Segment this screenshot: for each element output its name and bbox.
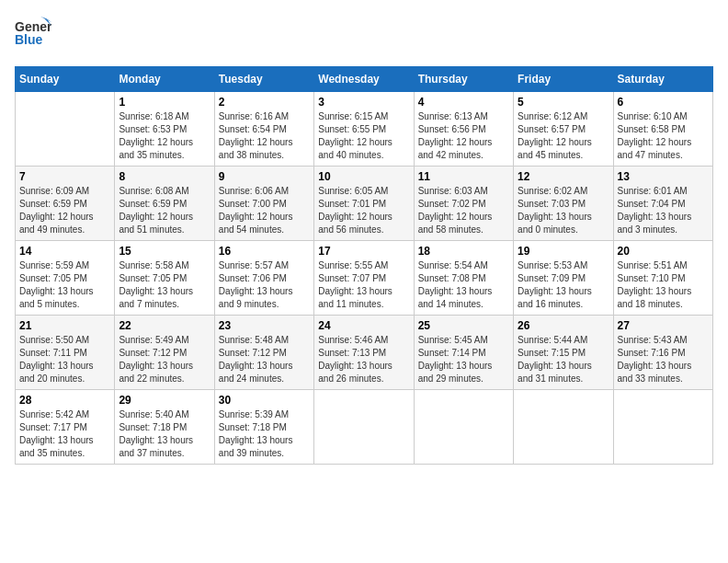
calendar-cell: 3Sunrise: 6:15 AM Sunset: 6:55 PM Daylig… xyxy=(314,92,414,167)
calendar-cell: 12Sunrise: 6:02 AM Sunset: 7:03 PM Dayli… xyxy=(514,167,613,241)
day-number: 9 xyxy=(219,170,310,183)
calendar-cell: 9Sunrise: 6:06 AM Sunset: 7:00 PM Daylig… xyxy=(214,167,313,241)
day-number: 10 xyxy=(318,170,409,183)
calendar-cell: 14Sunrise: 5:59 AM Sunset: 7:05 PM Dayli… xyxy=(16,241,115,316)
day-info: Sunrise: 6:09 AM Sunset: 6:59 PM Dayligh… xyxy=(19,185,110,236)
day-info: Sunrise: 5:53 AM Sunset: 7:09 PM Dayligh… xyxy=(518,259,609,311)
day-number: 18 xyxy=(418,245,509,258)
day-number: 30 xyxy=(219,394,310,407)
header-day: Wednesday xyxy=(314,67,414,92)
day-number: 27 xyxy=(618,319,709,332)
calendar-cell: 19Sunrise: 5:53 AM Sunset: 7:09 PM Dayli… xyxy=(514,241,613,316)
header-day: Saturday xyxy=(613,67,712,92)
calendar-cell xyxy=(613,390,712,465)
day-info: Sunrise: 5:49 AM Sunset: 7:12 PM Dayligh… xyxy=(119,334,210,385)
calendar-cell: 27Sunrise: 5:43 AM Sunset: 7:16 PM Dayli… xyxy=(613,316,712,390)
day-number: 4 xyxy=(418,96,509,109)
page-header: General Blue xyxy=(15,15,713,55)
calendar-cell: 18Sunrise: 5:54 AM Sunset: 7:08 PM Dayli… xyxy=(414,241,513,316)
day-info: Sunrise: 5:48 AM Sunset: 7:12 PM Dayligh… xyxy=(219,334,310,385)
day-number: 6 xyxy=(618,96,709,109)
day-info: Sunrise: 6:10 AM Sunset: 6:58 PM Dayligh… xyxy=(618,110,709,162)
calendar-cell: 17Sunrise: 5:55 AM Sunset: 7:07 PM Dayli… xyxy=(314,241,414,316)
calendar-week-row: 28Sunrise: 5:42 AM Sunset: 7:17 PM Dayli… xyxy=(16,390,713,465)
day-info: Sunrise: 5:58 AM Sunset: 7:05 PM Dayligh… xyxy=(119,259,210,311)
day-number: 29 xyxy=(119,394,210,407)
day-info: Sunrise: 6:12 AM Sunset: 6:57 PM Dayligh… xyxy=(518,110,609,162)
calendar-cell: 11Sunrise: 6:03 AM Sunset: 7:02 PM Dayli… xyxy=(414,167,513,241)
calendar-cell: 5Sunrise: 6:12 AM Sunset: 6:57 PM Daylig… xyxy=(514,92,613,167)
day-info: Sunrise: 6:13 AM Sunset: 6:56 PM Dayligh… xyxy=(418,110,509,162)
calendar-cell: 28Sunrise: 5:42 AM Sunset: 7:17 PM Dayli… xyxy=(16,390,115,465)
day-info: Sunrise: 6:06 AM Sunset: 7:00 PM Dayligh… xyxy=(219,185,310,236)
calendar-cell: 23Sunrise: 5:48 AM Sunset: 7:12 PM Dayli… xyxy=(214,316,313,390)
day-info: Sunrise: 6:15 AM Sunset: 6:55 PM Dayligh… xyxy=(318,110,409,162)
calendar-cell: 29Sunrise: 5:40 AM Sunset: 7:18 PM Dayli… xyxy=(115,390,214,465)
header-row: SundayMondayTuesdayWednesdayThursdayFrid… xyxy=(16,67,713,92)
day-number: 21 xyxy=(19,319,110,332)
day-number: 26 xyxy=(518,319,609,332)
day-info: Sunrise: 5:51 AM Sunset: 7:10 PM Dayligh… xyxy=(618,259,709,311)
day-number: 2 xyxy=(219,96,310,109)
calendar-cell: 7Sunrise: 6:09 AM Sunset: 6:59 PM Daylig… xyxy=(16,167,115,241)
day-info: Sunrise: 6:01 AM Sunset: 7:04 PM Dayligh… xyxy=(618,185,709,236)
day-info: Sunrise: 5:45 AM Sunset: 7:14 PM Dayligh… xyxy=(418,334,509,385)
day-number: 13 xyxy=(618,170,709,183)
calendar-cell: 4Sunrise: 6:13 AM Sunset: 6:56 PM Daylig… xyxy=(414,92,513,167)
day-number: 22 xyxy=(119,319,210,332)
header-day: Tuesday xyxy=(214,67,313,92)
day-number: 23 xyxy=(219,319,310,332)
calendar-table: SundayMondayTuesdayWednesdayThursdayFrid… xyxy=(15,66,713,465)
calendar-cell xyxy=(514,390,613,465)
day-info: Sunrise: 5:40 AM Sunset: 7:18 PM Dayligh… xyxy=(119,408,210,460)
calendar-cell: 10Sunrise: 6:05 AM Sunset: 7:01 PM Dayli… xyxy=(314,167,414,241)
calendar-week-row: 14Sunrise: 5:59 AM Sunset: 7:05 PM Dayli… xyxy=(16,241,713,316)
calendar-cell xyxy=(314,390,414,465)
day-number: 7 xyxy=(19,170,110,183)
day-info: Sunrise: 6:03 AM Sunset: 7:02 PM Dayligh… xyxy=(418,185,509,236)
day-info: Sunrise: 5:55 AM Sunset: 7:07 PM Dayligh… xyxy=(318,259,409,311)
calendar-header: SundayMondayTuesdayWednesdayThursdayFrid… xyxy=(16,67,713,92)
calendar-cell: 24Sunrise: 5:46 AM Sunset: 7:13 PM Dayli… xyxy=(314,316,414,390)
svg-text:Blue: Blue xyxy=(15,32,43,47)
calendar-cell: 30Sunrise: 5:39 AM Sunset: 7:18 PM Dayli… xyxy=(214,390,313,465)
day-info: Sunrise: 6:18 AM Sunset: 6:53 PM Dayligh… xyxy=(119,110,210,162)
day-info: Sunrise: 5:39 AM Sunset: 7:18 PM Dayligh… xyxy=(219,408,310,460)
calendar-week-row: 1Sunrise: 6:18 AM Sunset: 6:53 PM Daylig… xyxy=(16,92,713,167)
day-number: 8 xyxy=(119,170,210,183)
calendar-cell: 21Sunrise: 5:50 AM Sunset: 7:11 PM Dayli… xyxy=(16,316,115,390)
calendar-week-row: 21Sunrise: 5:50 AM Sunset: 7:11 PM Dayli… xyxy=(16,316,713,390)
day-number: 25 xyxy=(418,319,509,332)
logo-icon: General Blue xyxy=(15,15,51,55)
calendar-week-row: 7Sunrise: 6:09 AM Sunset: 6:59 PM Daylig… xyxy=(16,167,713,241)
calendar-cell: 25Sunrise: 5:45 AM Sunset: 7:14 PM Dayli… xyxy=(414,316,513,390)
day-info: Sunrise: 6:02 AM Sunset: 7:03 PM Dayligh… xyxy=(518,185,609,236)
header-day: Sunday xyxy=(16,67,115,92)
calendar-body: 1Sunrise: 6:18 AM Sunset: 6:53 PM Daylig… xyxy=(16,92,713,465)
day-number: 15 xyxy=(119,245,210,258)
day-number: 11 xyxy=(418,170,509,183)
day-number: 12 xyxy=(518,170,609,183)
day-number: 19 xyxy=(518,245,609,258)
day-number: 28 xyxy=(19,394,110,407)
calendar-cell xyxy=(16,92,115,167)
calendar-cell: 26Sunrise: 5:44 AM Sunset: 7:15 PM Dayli… xyxy=(514,316,613,390)
day-info: Sunrise: 5:57 AM Sunset: 7:06 PM Dayligh… xyxy=(219,259,310,311)
day-number: 24 xyxy=(318,319,409,332)
day-number: 5 xyxy=(518,96,609,109)
calendar-cell xyxy=(414,390,513,465)
day-number: 3 xyxy=(318,96,409,109)
day-info: Sunrise: 5:54 AM Sunset: 7:08 PM Dayligh… xyxy=(418,259,509,311)
calendar-cell: 22Sunrise: 5:49 AM Sunset: 7:12 PM Dayli… xyxy=(115,316,214,390)
header-day: Thursday xyxy=(414,67,513,92)
header-day: Friday xyxy=(514,67,613,92)
day-info: Sunrise: 6:16 AM Sunset: 6:54 PM Dayligh… xyxy=(219,110,310,162)
day-info: Sunrise: 5:46 AM Sunset: 7:13 PM Dayligh… xyxy=(318,334,409,385)
calendar-cell: 20Sunrise: 5:51 AM Sunset: 7:10 PM Dayli… xyxy=(613,241,712,316)
day-info: Sunrise: 5:43 AM Sunset: 7:16 PM Dayligh… xyxy=(618,334,709,385)
calendar-cell: 6Sunrise: 6:10 AM Sunset: 6:58 PM Daylig… xyxy=(613,92,712,167)
calendar-cell: 15Sunrise: 5:58 AM Sunset: 7:05 PM Dayli… xyxy=(115,241,214,316)
calendar-cell: 2Sunrise: 6:16 AM Sunset: 6:54 PM Daylig… xyxy=(214,92,313,167)
header-day: Monday xyxy=(115,67,214,92)
day-info: Sunrise: 5:44 AM Sunset: 7:15 PM Dayligh… xyxy=(518,334,609,385)
